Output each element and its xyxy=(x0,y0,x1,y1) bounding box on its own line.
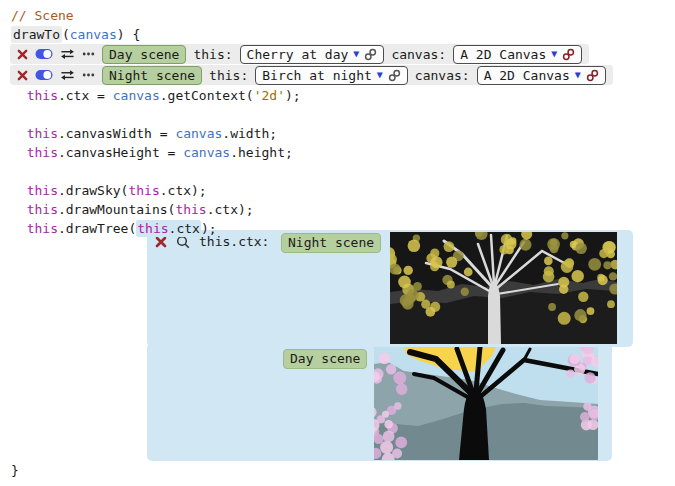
probed-expression[interactable]: this.ctx xyxy=(136,220,201,237)
param-canvas: canvas xyxy=(70,27,117,42)
keyword-this: this xyxy=(27,145,58,160)
chevron-down-icon: ▼ xyxy=(353,49,359,59)
comment-scene: // Scene xyxy=(11,8,74,23)
keyword-this: this xyxy=(175,202,206,217)
indent xyxy=(11,145,27,160)
swap-icon[interactable] xyxy=(60,48,75,60)
probe-popup: this.ctx: Night scene Day scene xyxy=(147,230,633,461)
indent xyxy=(11,88,27,103)
link-icon[interactable] xyxy=(562,48,575,61)
day-scene-canvas xyxy=(374,347,598,460)
code-line: this.ctx = canvas.getContext('2d'); xyxy=(0,86,675,105)
code-text: .drawSky( xyxy=(58,183,128,198)
keyword-this: this xyxy=(128,183,159,198)
code-text: .width; xyxy=(222,126,277,141)
toggle-on-icon[interactable] xyxy=(35,48,53,60)
string-2d: '2d' xyxy=(254,88,285,103)
id-canvas: canvas xyxy=(183,145,230,160)
close-brace: } xyxy=(11,463,19,478)
punct: ( xyxy=(62,27,70,42)
code-text: ); xyxy=(201,221,217,236)
link-icon[interactable] xyxy=(388,69,401,82)
this-dropdown-value: Cherry at day xyxy=(247,47,349,62)
more-icon[interactable] xyxy=(82,48,95,60)
scene-tag-day[interactable]: Day scene xyxy=(283,349,367,369)
this-label: this: xyxy=(209,68,248,83)
code-line: this.canvasWidth = canvas.width; xyxy=(0,124,675,143)
indent xyxy=(11,126,27,141)
watch-row-day: Day scene this: Cherry at day ▼ canvas: … xyxy=(10,44,589,64)
keyword-this: this xyxy=(27,183,58,198)
code-text: .ctx xyxy=(169,221,200,236)
link-icon[interactable] xyxy=(364,48,377,61)
canvas-label: canvas: xyxy=(391,47,446,62)
canvas-dropdown[interactable]: A 2D Canvas ▼ xyxy=(477,66,606,85)
code-text: .ctx); xyxy=(207,202,254,217)
scene-tag-night[interactable]: Night scene xyxy=(102,66,202,85)
indent xyxy=(11,202,27,217)
keyword-this: this xyxy=(27,202,58,217)
method-name[interactable]: drawTo xyxy=(11,26,62,43)
close-icon[interactable] xyxy=(17,70,28,81)
code-text: .ctx); xyxy=(160,183,207,198)
code-line: } xyxy=(0,461,675,480)
canvas-dropdown-value: A 2D Canvas xyxy=(484,68,570,83)
chevron-down-icon: ▼ xyxy=(377,70,383,80)
link-icon[interactable] xyxy=(586,69,599,82)
code-line-blank xyxy=(0,105,675,124)
code-line-blank xyxy=(0,162,675,181)
toggle-on-icon[interactable] xyxy=(35,69,53,81)
code-text: .canvasWidth = xyxy=(58,126,175,141)
watch-row-night: Night scene this: Birch at night ▼ canva… xyxy=(10,65,613,85)
id-canvas: canvas xyxy=(113,88,160,103)
keyword-this: this xyxy=(27,126,58,141)
code-text: .ctx = xyxy=(58,88,113,103)
chevron-down-icon: ▼ xyxy=(575,70,581,80)
code-line: this.drawMountains(this.ctx); xyxy=(0,200,675,219)
code-line: // Scene xyxy=(0,6,675,25)
code-line: this.drawTree(this.ctx); xyxy=(0,219,675,238)
canvas-dropdown[interactable]: A 2D Canvas ▼ xyxy=(453,45,582,64)
indent xyxy=(11,221,27,236)
code-line: this.drawSky(this.ctx); xyxy=(0,181,675,200)
night-scene-canvas xyxy=(390,232,617,344)
code-text: ); xyxy=(285,88,301,103)
keyword-this: this xyxy=(27,88,58,103)
code-line: drawTo(canvas) { xyxy=(0,25,675,44)
keyword-this: this xyxy=(137,221,168,236)
more-icon[interactable] xyxy=(82,69,95,81)
indent xyxy=(11,183,27,198)
swap-icon[interactable] xyxy=(60,69,75,81)
canvas-label: canvas: xyxy=(415,68,470,83)
id-canvas: canvas xyxy=(175,126,222,141)
this-label: this: xyxy=(193,47,232,62)
this-dropdown[interactable]: Cherry at day ▼ xyxy=(240,45,385,64)
chevron-down-icon: ▼ xyxy=(551,49,557,59)
code-editor: // Scene drawTo(canvas) { Day scene this… xyxy=(0,0,675,480)
scene-tag-day[interactable]: Day scene xyxy=(102,45,186,64)
code-text: .canvasHeight = xyxy=(58,145,183,160)
code-text: .drawMountains( xyxy=(58,202,175,217)
this-dropdown-value: Birch at night xyxy=(262,68,372,83)
this-dropdown[interactable]: Birch at night ▼ xyxy=(255,66,408,85)
close-icon[interactable] xyxy=(17,49,28,60)
code-line: this.canvasHeight = canvas.height; xyxy=(0,143,675,162)
code-text: .height; xyxy=(230,145,293,160)
code-text: .drawTree( xyxy=(58,221,136,236)
keyword-this: this xyxy=(27,221,58,236)
canvas-dropdown-value: A 2D Canvas xyxy=(460,47,546,62)
code-text: .getContext( xyxy=(160,88,254,103)
punct: ) { xyxy=(117,27,140,42)
